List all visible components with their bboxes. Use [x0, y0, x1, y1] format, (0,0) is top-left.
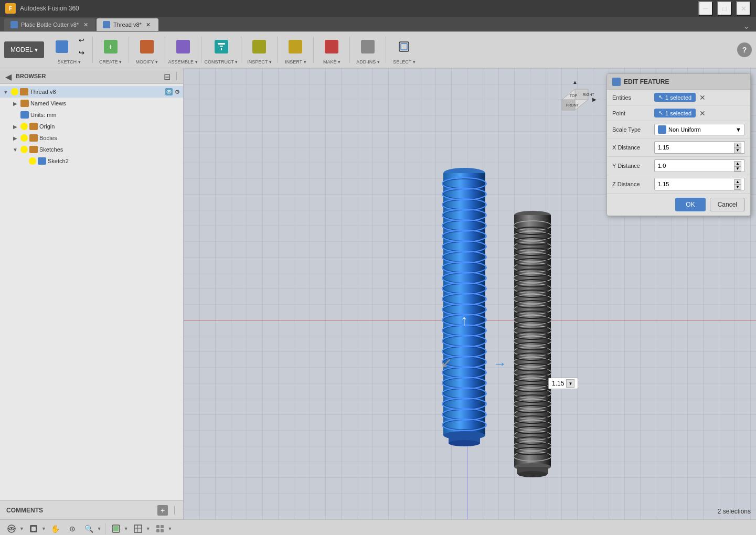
tab-close-thread[interactable]: ✕: [145, 21, 152, 28]
edit-feature-footer: OK Cancel: [607, 194, 750, 216]
z-distance-input[interactable]: 1.15 ▲ ▼: [654, 178, 745, 190]
sidebar-back-button[interactable]: ◀: [4, 72, 13, 80]
tab-icon-platic-bottle: [10, 21, 18, 28]
y-distance-val: 1.0: [658, 163, 666, 169]
svg-point-105: [515, 437, 550, 444]
svg-rect-108: [517, 467, 548, 474]
svg-text:↙: ↙: [441, 355, 452, 370]
pan-button[interactable]: ✋: [48, 521, 63, 535]
make-button[interactable]: [317, 35, 346, 58]
help-button[interactable]: ?: [737, 42, 752, 57]
tree-item-sketches[interactable]: ▼ Sketches: [0, 144, 183, 155]
create-button[interactable]: +: [96, 35, 125, 58]
look-at-button[interactable]: [26, 521, 41, 535]
close-button[interactable]: ✕: [736, 1, 751, 16]
x-distance-input[interactable]: 1.15 ▲ ▼: [654, 141, 745, 154]
canvas-viewport[interactable]: ↑ → ↙ 1.15 ▼ TOP RIGHT FRONT ▲: [184, 68, 756, 519]
svg-text:▶: ▶: [592, 97, 597, 102]
layout-button[interactable]: [153, 521, 167, 535]
tab-expand-button[interactable]: ⌄: [743, 21, 750, 31]
z-distance-spinner[interactable]: ▲ ▼: [734, 179, 741, 189]
comments-sep: [174, 506, 175, 515]
tree-item-named-views[interactable]: ▶ Named Views: [0, 98, 183, 109]
svg-rect-4: [401, 44, 407, 50]
svg-point-40: [442, 251, 486, 263]
scale-dropdown-button[interactable]: ▼: [566, 379, 574, 388]
viewcube[interactable]: TOP RIGHT FRONT ▲ ▶: [551, 76, 599, 123]
model-mode-button[interactable]: MODEL ▾: [4, 41, 44, 58]
tab-close-platic-bottle[interactable]: ✕: [82, 21, 89, 28]
svg-point-38: [442, 230, 486, 242]
orbit-button[interactable]: [4, 521, 19, 535]
tab-thread[interactable]: Thread v8* ✕: [97, 18, 158, 31]
tree-item-thread-v8[interactable]: ▼ Thread v8 ⚙: [0, 86, 183, 98]
point-selected-button[interactable]: ↖ 1 selected: [654, 109, 696, 117]
insert-button[interactable]: [281, 35, 310, 58]
svg-point-85: [515, 227, 550, 234]
scale-type-dropdown[interactable]: Non Uniform ▼: [654, 124, 745, 135]
display-button[interactable]: [109, 521, 123, 535]
tree-item-sketch2[interactable]: ▶ Sketch2: [0, 155, 183, 167]
display-dropdown[interactable]: ▼: [109, 521, 129, 535]
comments-add-button[interactable]: +: [157, 505, 168, 516]
svg-point-104: [515, 426, 550, 434]
construct-button[interactable]: [207, 35, 236, 58]
sidebar-collapse-button[interactable]: ⊟: [163, 72, 171, 80]
fit-button[interactable]: ⊕: [65, 521, 80, 535]
toolbar-separator-5: [241, 37, 241, 63]
orbit-dropdown[interactable]: ▼: [4, 521, 24, 535]
redo-button[interactable]: ↪: [74, 48, 89, 58]
x-distance-spinner[interactable]: ▲ ▼: [734, 143, 741, 152]
grid-dropdown[interactable]: ▼: [131, 521, 151, 535]
toolbar-separator-8: [349, 37, 350, 63]
look-at-dropdown[interactable]: ▼: [26, 521, 46, 535]
point-clear-button[interactable]: ✕: [698, 109, 707, 118]
construct-icon: [215, 40, 228, 54]
inspect-button[interactable]: [244, 35, 274, 58]
layout-dropdown[interactable]: ▼: [153, 521, 173, 535]
y-distance-spinner[interactable]: ▲ ▼: [734, 161, 741, 170]
tree-label-sketch2: Sketch2: [48, 158, 69, 164]
maximize-button[interactable]: □: [717, 1, 732, 16]
select-button[interactable]: [389, 35, 419, 58]
assemble-button[interactable]: [168, 35, 198, 58]
svg-point-70: [514, 305, 551, 314]
svg-point-7: [443, 168, 485, 178]
y-distance-input[interactable]: 1.0 ▲ ▼: [654, 159, 745, 172]
cancel-button[interactable]: Cancel: [710, 198, 745, 211]
svg-point-41: [442, 262, 486, 273]
look-at-dropdown-arrow: ▼: [41, 526, 46, 531]
tree-item-units[interactable]: ▶ Units: mm: [0, 109, 183, 121]
svg-rect-131: [161, 525, 164, 528]
sketch-main-button[interactable]: [49, 36, 74, 58]
tree-item-origin[interactable]: ▶ Origin: [0, 121, 183, 132]
minimize-button[interactable]: ─: [698, 1, 713, 16]
modify-button[interactable]: [132, 35, 162, 58]
tree-label-bodies: Bodies: [39, 135, 57, 141]
ok-button[interactable]: OK: [675, 198, 705, 211]
svg-point-10: [443, 189, 485, 199]
svg-point-45: [442, 304, 486, 315]
entities-selected-button[interactable]: ↖ 1 selected: [654, 93, 696, 102]
svg-point-14: [443, 231, 485, 241]
svg-point-32: [443, 420, 485, 430]
svg-point-69: [514, 294, 551, 304]
tree-settings-icon-thread[interactable]: ⚙: [174, 88, 181, 95]
orbit-dropdown-arrow: ▼: [19, 526, 24, 531]
svg-point-89: [515, 269, 550, 276]
tree-eye-icon-thread[interactable]: [165, 88, 173, 95]
sketch-group-label: SKETCH ▾: [58, 59, 81, 65]
zoom-dropdown[interactable]: 🔍 ▼: [82, 521, 102, 535]
entities-clear-button[interactable]: ✕: [698, 93, 707, 102]
tab-label-thread: Thread v8*: [113, 22, 142, 28]
undo-button[interactable]: ↩: [74, 35, 89, 46]
zoom-button[interactable]: 🔍: [82, 521, 97, 535]
undo-icon: ↩: [79, 36, 84, 44]
tree-item-bodies[interactable]: ▶ Bodies: [0, 132, 183, 144]
svg-rect-126: [113, 526, 119, 531]
grid-button[interactable]: [131, 521, 145, 535]
tab-platic-bottle[interactable]: Platic Bottle Cutter v8* ✕: [4, 18, 95, 31]
svg-point-36: [442, 209, 486, 221]
addins-button[interactable]: [353, 35, 382, 58]
tree-light-icon-bodies: [20, 134, 28, 142]
